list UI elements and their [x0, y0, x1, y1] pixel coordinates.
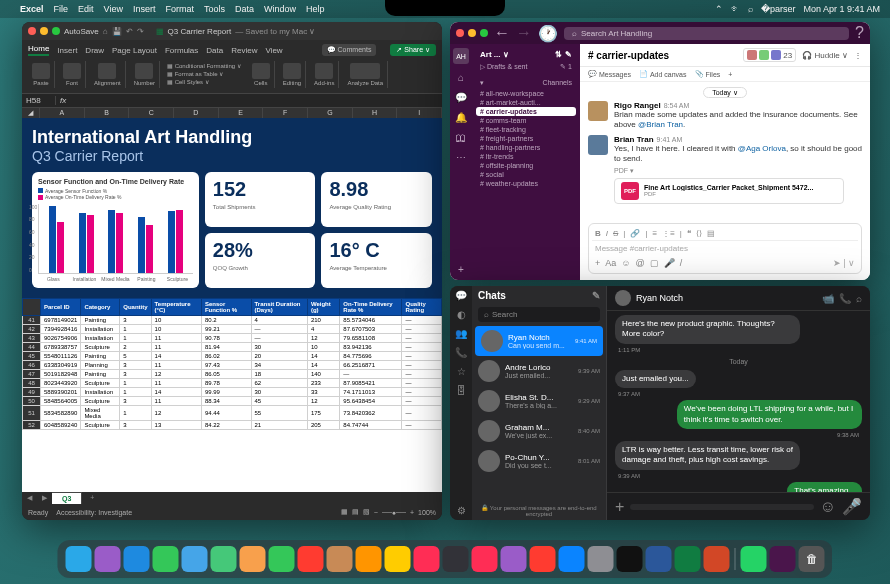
channel-social[interactable]: # social	[476, 170, 576, 179]
italic-icon[interactable]: I	[606, 229, 608, 238]
table-row[interactable]: 416978149021Painting31080.2421085.573404…	[23, 315, 442, 324]
message-thread[interactable]: Here's the new product graphic. Thoughts…	[607, 311, 870, 492]
chats-icon[interactable]: 💬	[455, 290, 467, 301]
message-bubble[interactable]: We've been doing LTL shipping for a whil…	[677, 400, 862, 429]
tab-review[interactable]: Review	[231, 46, 257, 55]
table-row[interactable]: 475019182948Painting31286.0518140——	[23, 369, 442, 378]
menu-file[interactable]: File	[54, 4, 69, 14]
dock-app-terminal[interactable]	[617, 546, 643, 572]
col-f[interactable]: F	[263, 108, 308, 118]
status-accessibility[interactable]: Accessibility: Investigate	[56, 509, 132, 516]
channel-ltr-trends[interactable]: # ltr-trends	[476, 152, 576, 161]
dock-app-word[interactable]	[646, 546, 672, 572]
shortcut-icon[interactable]: /	[680, 258, 683, 268]
message-bubble[interactable]: Just emailed you...	[615, 370, 696, 388]
menubar-app-name[interactable]: Excel	[20, 4, 44, 14]
table-header[interactable]: Weight (g)	[307, 298, 339, 315]
strike-icon[interactable]: S	[613, 229, 618, 238]
menu-insert[interactable]: Insert	[133, 4, 156, 14]
wifi-icon[interactable]: ⌃	[715, 4, 723, 14]
slack-message[interactable]: Rigo Rangel8:54 AM Brian made some updat…	[588, 101, 862, 131]
comments-button[interactable]: 💬 Comments	[322, 44, 377, 56]
autosave-toggle[interactable]: AutoSave	[64, 27, 99, 36]
table-row[interactable]: 455548011126Painting51486.02201484.77569…	[23, 351, 442, 360]
dock-app-music[interactable]	[472, 546, 498, 572]
conversation-item[interactable]: Graham M...We've just ex...8:40 AM	[472, 416, 606, 446]
tool-cells[interactable]: Cells	[248, 61, 275, 88]
table-header[interactable]: Sensor Function %	[201, 298, 251, 315]
table-header[interactable]: Quality Rating	[402, 298, 442, 315]
search-icon[interactable]: ⌕	[856, 293, 862, 304]
history-icon[interactable]: 🕐	[538, 24, 558, 43]
select-all[interactable]: ◢	[22, 108, 40, 118]
bold-icon[interactable]: B	[595, 229, 601, 238]
members-button[interactable]: 23	[743, 48, 796, 62]
minimize-button[interactable]	[468, 29, 476, 37]
share-button[interactable]: ↗ Share ∨	[390, 44, 436, 56]
save-icon[interactable]: 💾	[112, 27, 122, 36]
message-bubble[interactable]: That's amazing...	[787, 482, 862, 492]
table-header[interactable]: Transit Duration (Days)	[251, 298, 307, 315]
zoom-out[interactable]: −	[374, 509, 378, 516]
zoom-in[interactable]: +	[410, 509, 414, 516]
channel-offsite-planning[interactable]: # offsite-planning	[476, 161, 576, 170]
channels-header[interactable]: ▾ Channels	[476, 77, 576, 89]
menu-data[interactable]: Data	[235, 4, 254, 14]
conversation-item[interactable]: Andre LoricoJust emailed...9:39 AM	[472, 356, 606, 386]
file-attachment[interactable]: PDF Fine Art Logistics_Carrier Packet_Sh…	[614, 178, 844, 204]
date-divider[interactable]: Today ∨	[703, 87, 747, 98]
col-c[interactable]: C	[129, 108, 174, 118]
dock-app-appstore[interactable]	[559, 546, 585, 572]
cell-reference[interactable]: H58	[26, 96, 56, 105]
col-b[interactable]: B	[85, 108, 130, 118]
minimize-button[interactable]	[40, 27, 48, 35]
channel-comms-team[interactable]: # comms-team	[476, 116, 576, 125]
tool-editing[interactable]: Editing	[279, 61, 306, 88]
contact-avatar[interactable]	[615, 290, 631, 306]
dock-app-whatsapp[interactable]	[741, 546, 767, 572]
table-header[interactable]: Category	[81, 298, 120, 315]
dock-app-messages[interactable]	[153, 546, 179, 572]
table-row[interactable]: 488023443920Sculpture11189.786223387.908…	[23, 378, 442, 387]
zoom-percent[interactable]: 100%	[418, 509, 436, 516]
mic-icon[interactable]: 🎤	[664, 258, 675, 268]
dock-app-podcasts[interactable]	[501, 546, 527, 572]
home-icon[interactable]: ⌂	[103, 27, 108, 36]
ul-icon[interactable]: ⋮≡	[662, 229, 675, 238]
slack-search[interactable]: ⌕ Search Art Handling	[564, 27, 849, 40]
tab-draw[interactable]: Draw	[85, 46, 104, 55]
dock-trash[interactable]: 🗑	[799, 546, 825, 572]
slack-message[interactable]: Brian Tran9:41 AM Yes, I have it here. I…	[588, 135, 862, 204]
menu-format[interactable]: Format	[165, 4, 194, 14]
menu-view[interactable]: View	[104, 4, 123, 14]
more-icon[interactable]: ⋯	[454, 150, 468, 164]
mention-icon[interactable]: @	[635, 258, 644, 268]
sub-files[interactable]: 📎 Files	[695, 70, 721, 78]
chart-card[interactable]: Sensor Function and On-Time Delivery Rat…	[32, 172, 199, 288]
table-header[interactable]: On-Time Delivery Rate %	[340, 298, 402, 315]
later-icon[interactable]: 🕮	[454, 130, 468, 144]
dock-app-safari[interactable]	[124, 546, 150, 572]
menu-tools[interactable]: Tools	[204, 4, 225, 14]
dock-app-launchpad[interactable]	[95, 546, 121, 572]
message-bubble[interactable]: LTR is way better. Less transit time, lo…	[615, 441, 800, 470]
table-row[interactable]: 427394928416Installation11099.21—487.670…	[23, 324, 442, 333]
mention-link[interactable]: @Brian Tran	[638, 120, 683, 129]
menu-window[interactable]: Window	[264, 4, 296, 14]
dock-app-maps[interactable]	[211, 546, 237, 572]
dock-app-excel[interactable]	[675, 546, 701, 572]
tool-analyze[interactable]: Analyze Data	[343, 61, 388, 88]
more-icon[interactable]: ⋮	[854, 51, 862, 60]
dock-app-reminders[interactable]	[356, 546, 382, 572]
col-a[interactable]: A	[40, 108, 85, 118]
channel-all-new-workspace[interactable]: # all-new-workspace	[476, 89, 576, 98]
dock-app-notes[interactable]	[385, 546, 411, 572]
tab-formulas[interactable]: Formulas	[165, 46, 198, 55]
attach-icon[interactable]: +	[615, 498, 624, 516]
archive-icon[interactable]: 🗄	[456, 385, 466, 396]
table-header[interactable]: Temperature (°C)	[151, 298, 201, 315]
attach-icon[interactable]: +	[595, 258, 600, 268]
dock-app-facetime[interactable]	[269, 546, 295, 572]
drafts-section[interactable]: ▷ Drafts & sent✎ 1	[476, 61, 576, 73]
ol-icon[interactable]: ≡	[653, 229, 658, 238]
